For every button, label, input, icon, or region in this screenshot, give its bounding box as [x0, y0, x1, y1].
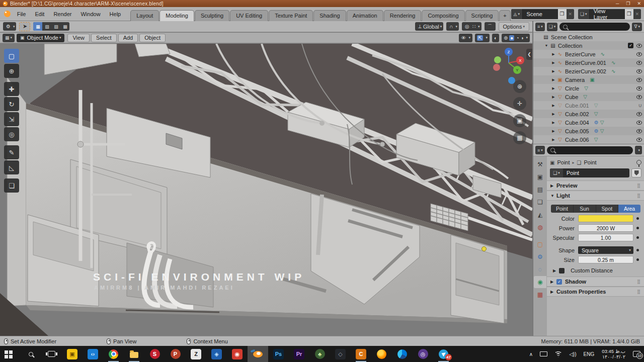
device-icon[interactable]: [536, 346, 551, 362]
tool-tab[interactable]: ⚒: [534, 158, 546, 170]
object-label[interactable]: Cube: [565, 94, 578, 100]
maximize-button[interactable]: ❐: [626, 1, 630, 6]
menu-help[interactable]: Help: [105, 10, 126, 19]
app-blender[interactable]: [248, 346, 268, 362]
shadow-checkbox[interactable]: ✓: [556, 279, 562, 285]
blender-logo-icon[interactable]: [4, 11, 11, 17]
expand-arrow-icon[interactable]: ▶: [550, 52, 556, 56]
light-type-spot[interactable]: Spot: [596, 205, 619, 213]
solid-shading-icon[interactable]: ●: [509, 35, 514, 41]
eye-open-icon[interactable]: [636, 78, 642, 82]
world-tab[interactable]: ◍: [534, 221, 546, 233]
expand-arrow-icon[interactable]: ▶: [550, 95, 556, 99]
material-shading-icon[interactable]: ◔: [516, 35, 519, 41]
search-button[interactable]: [21, 346, 41, 362]
app-blue[interactable]: ◈: [206, 346, 227, 362]
menu-window[interactable]: Window: [76, 10, 105, 19]
light-type-sun[interactable]: Sun: [574, 205, 596, 213]
texture-tab[interactable]: ▦: [534, 289, 546, 301]
workspace-tab-uv-editing[interactable]: UV Editing: [230, 10, 268, 21]
eye-open-icon[interactable]: [636, 52, 642, 56]
properties-search-input[interactable]: [547, 146, 633, 154]
new-view-layer-button[interactable]: ❐: [625, 9, 633, 19]
app-camtasia[interactable]: C: [351, 346, 371, 362]
light-icon[interactable]: ❑▾: [550, 168, 563, 177]
app-vscode[interactable]: ‹›: [83, 346, 103, 362]
object-label[interactable]: Cube.002: [565, 111, 589, 117]
select-mode-group[interactable]: ▦ ▧ ▨ ▩: [33, 22, 69, 31]
viewport-menu-add[interactable]: Add: [118, 34, 138, 42]
eye-open-icon[interactable]: [636, 86, 642, 90]
outliner-display-mode-dropdown[interactable]: ≡▾: [535, 23, 545, 31]
scene-tab[interactable]: ◭: [534, 209, 546, 221]
viewport-canvas[interactable]: ▢⊕✚↻⇲◎✎◺❏ Z X Y ⊕✛▣▦ ❮ SCI-FI ENVIRONMEN…: [0, 44, 532, 336]
workspace-tab-texture-paint[interactable]: Texture Paint: [269, 10, 313, 21]
physics-tab[interactable]: ◌: [534, 263, 546, 276]
object-label[interactable]: Cube.001: [565, 103, 589, 109]
object-label[interactable]: Cube.005: [565, 128, 589, 134]
expand-arrow-icon[interactable]: ▶: [550, 86, 556, 90]
size-field[interactable]: 0.25 m: [578, 256, 633, 263]
view-layer-name[interactable]: View Layer: [590, 9, 625, 19]
visibility-dropdown[interactable]: 👁▾: [459, 34, 472, 42]
menu-file[interactable]: File: [13, 10, 31, 19]
menu-render[interactable]: Render: [49, 10, 76, 19]
expand-arrow-icon[interactable]: ▶: [550, 61, 556, 65]
app-firefox[interactable]: [371, 346, 392, 362]
mesh-data-icon[interactable]: ▽: [594, 103, 598, 108]
app-photoshop[interactable]: Ps: [268, 346, 289, 362]
object-label[interactable]: Cube.006: [565, 137, 589, 143]
render-tab[interactable]: ▣: [534, 171, 546, 183]
camera-view-button[interactable]: ▣: [513, 114, 526, 127]
active-tool-icon[interactable]: ➤: [19, 22, 30, 31]
custom-properties-panel-header[interactable]: ▶Custom Properties⣿: [547, 287, 644, 297]
mesh-data-icon[interactable]: ▽: [594, 137, 598, 142]
data-tab[interactable]: ◉: [534, 276, 546, 288]
power-field[interactable]: 2000 W: [578, 224, 633, 232]
viewport-menu-select[interactable]: Select: [91, 34, 117, 42]
object-label[interactable]: BezierCurve.001: [565, 60, 606, 66]
delete-view-layer-button[interactable]: ✕: [633, 9, 641, 19]
modifier-wrench-icon[interactable]: ⚙: [594, 120, 599, 125]
transform-orientation-dropdown[interactable]: ⟂Global▾: [415, 22, 443, 31]
curve-data-icon[interactable]: ∿: [611, 68, 615, 74]
datablock-name-field[interactable]: ❑▾ Point: [550, 168, 629, 177]
eye-open-icon[interactable]: [636, 61, 642, 65]
editor-type-button[interactable]: ▦▾: [3, 34, 15, 42]
animate-dot[interactable]: [636, 217, 639, 220]
mesh-data-icon[interactable]: ▽: [600, 120, 604, 125]
app-zbrush[interactable]: Z: [186, 346, 206, 362]
outliner-row-cube.002[interactable]: ▶▽Cube.002▽: [533, 110, 644, 118]
animate-dot[interactable]: [636, 227, 639, 229]
animate-dot[interactable]: [636, 236, 639, 239]
snapping-toggle[interactable]: ∩▾: [446, 22, 459, 31]
scene-name[interactable]: Scene: [523, 11, 558, 17]
app-substance[interactable]: S: [144, 346, 165, 362]
eye-open-icon[interactable]: [636, 69, 642, 73]
zoom-button[interactable]: ⊕: [513, 80, 526, 93]
object-tab[interactable]: ▢: [534, 238, 546, 250]
wifi-icon[interactable]: [551, 346, 566, 362]
scene-selector[interactable]: ◬▾ Scene ❐ ✕: [511, 9, 574, 19]
outliner-row-circle[interactable]: ▶▽Circle▽: [533, 84, 644, 93]
object-label[interactable]: Circle: [565, 85, 579, 92]
wireframe-shading-icon[interactable]: ⊕: [504, 35, 508, 41]
mesh-data-icon[interactable]: ▽: [583, 94, 587, 100]
workspace-tab-rendering[interactable]: Rendering: [384, 10, 422, 21]
close-button[interactable]: ✕: [637, 1, 641, 6]
pin-icon[interactable]: [636, 160, 641, 165]
outliner-row-beziercurve.002[interactable]: ▶∿BezierCurve.002∿: [533, 67, 644, 75]
viewport-menu-object[interactable]: Object: [139, 34, 166, 42]
object-label[interactable]: Cube.004: [565, 120, 589, 126]
light-type-point[interactable]: Point: [551, 205, 574, 213]
outliner-row-cube.005[interactable]: ▶▽Cube.005⚙▽: [533, 127, 644, 135]
rendered-shading-icon[interactable]: ◑: [520, 35, 523, 41]
select-mode-subtract-icon[interactable]: ▨: [51, 22, 60, 31]
language-indicator[interactable]: ENG: [580, 346, 598, 362]
viewport-menu-view[interactable]: View: [67, 34, 90, 42]
proportional-edit-toggle[interactable]: ◎∷▾: [462, 22, 481, 31]
app-chrome[interactable]: [103, 346, 124, 362]
eye-open-icon[interactable]: [636, 138, 642, 142]
os-titlebar[interactable]: Blender* [D:\1.CG\proeje\4.character\ARM…: [0, 0, 644, 7]
object-label[interactable]: BezierCurve: [565, 51, 596, 57]
